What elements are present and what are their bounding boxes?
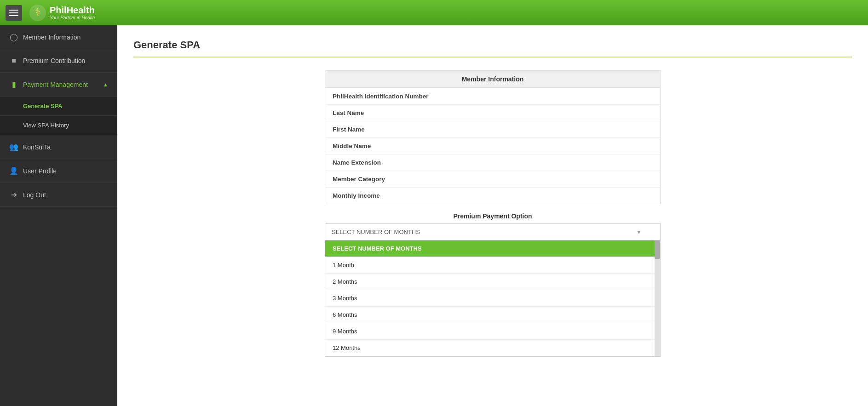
- member-info-table: PhilHealth Identification Number Last Na…: [325, 88, 661, 204]
- credit-card-icon: ■: [9, 57, 18, 65]
- table-row-middlename: Middle Name: [325, 138, 661, 154]
- logo-icon: ⚕: [29, 4, 47, 22]
- dropdown-option-0[interactable]: SELECT NUMBER OF MONTHS: [325, 240, 660, 257]
- field-value-firstname: [443, 121, 661, 138]
- chevron-down-icon: ▼: [636, 229, 642, 235]
- scrollbar-thumb[interactable]: [655, 240, 660, 259]
- page-title: Generate SPA: [133, 39, 852, 51]
- table-row-nameextension: Name Extension: [325, 154, 661, 171]
- field-value-lastname: [443, 105, 661, 121]
- scrollbar[interactable]: [655, 240, 660, 356]
- sidebar-item-view-spa-history[interactable]: View SPA History: [0, 116, 117, 135]
- dropdown-option-3[interactable]: 3 Months: [325, 290, 660, 307]
- dropdown-option-12[interactable]: 12 Months: [325, 340, 660, 356]
- field-label-nameextension: Name Extension: [325, 154, 443, 171]
- konsulta-icon: 👥: [9, 143, 18, 151]
- dropdown-option-6[interactable]: 6 Months: [325, 307, 660, 323]
- sidebar-label-user-profile: User Profile: [23, 167, 108, 175]
- payment-icon: ▮: [9, 80, 18, 89]
- brand-name: PhilHealth: [50, 5, 95, 15]
- select-placeholder: SELECT NUMBER OF MONTHS: [332, 229, 420, 235]
- svg-text:⚕: ⚕: [35, 6, 40, 18]
- sidebar-submenu-payment: Generate SPA View SPA History: [0, 97, 117, 135]
- sidebar-label-member-information: Member Information: [23, 34, 108, 41]
- sidebar-label-payment-management: Payment Management: [23, 81, 98, 88]
- field-label-membercategory: Member Category: [325, 171, 443, 188]
- table-row-membercategory: Member Category: [325, 171, 661, 188]
- sidebar-label-premium-contribution: Premium Contribution: [23, 57, 108, 64]
- field-label-pin: PhilHealth Identification Number: [325, 88, 443, 105]
- months-dropdown-container: SELECT NUMBER OF MONTHS ▼ SELECT NUMBER …: [325, 223, 661, 357]
- sidebar-item-payment-management[interactable]: ▮ Payment Management ▲: [0, 73, 117, 97]
- hamburger-button[interactable]: [6, 5, 22, 21]
- person-icon: ◯: [9, 33, 18, 41]
- divider: [133, 57, 852, 57]
- field-value-monthlyincome: [443, 188, 661, 204]
- dropdown-option-2[interactable]: 2 Months: [325, 274, 660, 290]
- view-spa-history-label: View SPA History: [23, 122, 69, 129]
- table-row-pin: PhilHealth Identification Number: [325, 88, 661, 105]
- table-row-monthlyincome: Monthly Income: [325, 188, 661, 204]
- field-value-membercategory: [443, 171, 661, 188]
- months-select[interactable]: SELECT NUMBER OF MONTHS ▼: [325, 223, 661, 240]
- chevron-up-icon: ▲: [103, 82, 108, 87]
- select-display[interactable]: SELECT NUMBER OF MONTHS ▼: [325, 224, 660, 240]
- generate-spa-label: Generate SPA: [23, 103, 63, 109]
- field-value-pin: [443, 88, 661, 105]
- dropdown-items-wrap: SELECT NUMBER OF MONTHS 1 Month 2 Months…: [325, 240, 660, 356]
- user-icon: 👤: [9, 166, 18, 175]
- sidebar-item-premium-contribution[interactable]: ■ Premium Contribution: [0, 49, 117, 73]
- sidebar-label-konsulta: KonSulTa: [23, 143, 108, 151]
- main-content: Generate SPA Member Information PhilHeal…: [117, 25, 868, 406]
- sidebar-item-member-information[interactable]: ◯ Member Information: [0, 25, 117, 49]
- field-label-middlename: Middle Name: [325, 138, 443, 154]
- dropdown-option-9[interactable]: 9 Months: [325, 323, 660, 340]
- sidebar-item-konsulta[interactable]: 👥 KonSulTa: [0, 135, 117, 159]
- field-value-nameextension: [443, 154, 661, 171]
- dropdown-option-1[interactable]: 1 Month: [325, 257, 660, 274]
- header: ⚕ PhilHealth Your Partner in Health: [0, 0, 868, 25]
- app-layout: ◯ Member Information ■ Premium Contribut…: [0, 25, 868, 406]
- member-info-header: Member Information: [325, 70, 661, 88]
- sidebar: ◯ Member Information ■ Premium Contribut…: [0, 25, 117, 406]
- field-label-lastname: Last Name: [325, 105, 443, 121]
- sidebar-item-log-out[interactable]: ➔ Log Out: [0, 183, 117, 207]
- form-section: Member Information PhilHealth Identifica…: [325, 70, 661, 357]
- sidebar-label-log-out: Log Out: [23, 191, 108, 199]
- field-label-monthlyincome: Monthly Income: [325, 188, 443, 204]
- field-label-firstname: First Name: [325, 121, 443, 138]
- sidebar-item-user-profile[interactable]: 👤 User Profile: [0, 159, 117, 183]
- logo: ⚕ PhilHealth Your Partner in Health: [29, 4, 95, 22]
- logout-icon: ➔: [9, 190, 18, 199]
- table-row-lastname: Last Name: [325, 105, 661, 121]
- logo-text: PhilHealth Your Partner in Health: [50, 5, 95, 20]
- brand-tagline: Your Partner in Health: [50, 15, 95, 20]
- dropdown-options-panel: SELECT NUMBER OF MONTHS 1 Month 2 Months…: [325, 240, 661, 357]
- field-value-middlename: [443, 138, 661, 154]
- table-row-firstname: First Name: [325, 121, 661, 138]
- payment-option-label: Premium Payment Option: [325, 212, 661, 220]
- sidebar-item-generate-spa[interactable]: Generate SPA: [0, 97, 117, 116]
